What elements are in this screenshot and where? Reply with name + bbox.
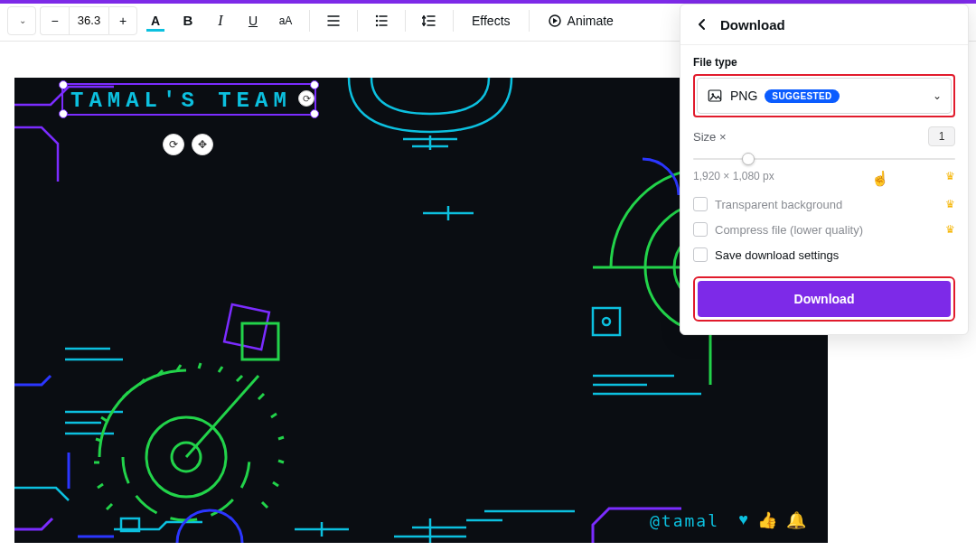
- image-icon: [707, 88, 723, 104]
- svg-line-45: [219, 367, 222, 372]
- highlight-file-type: PNG SUGGESTED ⌄: [693, 74, 955, 117]
- svg-line-47: [101, 417, 107, 421]
- highlight-download-button: Download: [693, 276, 955, 322]
- svg-rect-13: [224, 304, 269, 350]
- crown-icon: ♛: [945, 198, 955, 210]
- spacing-button[interactable]: [415, 6, 444, 35]
- compress-label: Compress file (lower quality): [715, 223, 863, 237]
- design-title-text[interactable]: TAMAL'S TEAM: [70, 89, 292, 113]
- animate-button[interactable]: Animate: [539, 6, 623, 35]
- animate-label: Animate: [568, 14, 614, 28]
- font-size-decrease[interactable]: −: [40, 6, 69, 35]
- svg-point-26: [603, 318, 610, 325]
- rotate-handle[interactable]: ⟳: [298, 90, 314, 107]
- bold-button[interactable]: B: [174, 6, 202, 35]
- svg-point-4: [376, 19, 378, 21]
- svg-line-41: [139, 379, 145, 385]
- download-panel: Download File type PNG SUGGESTED ⌄ Size …: [680, 4, 969, 335]
- toolbar-separator: [309, 10, 310, 32]
- save-settings-checkbox[interactable]: [693, 247, 708, 262]
- svg-point-3: [376, 14, 378, 16]
- svg-line-56: [273, 482, 278, 486]
- font-size-increase[interactable]: +: [108, 6, 137, 35]
- file-type-select[interactable]: PNG SUGGESTED ⌄: [697, 78, 952, 114]
- sync-button[interactable]: ⟳: [163, 134, 184, 155]
- size-multiplier-input[interactable]: 1: [928, 126, 955, 146]
- back-button[interactable]: [693, 15, 711, 33]
- svg-line-55: [278, 461, 284, 462]
- size-label: Size ×: [693, 130, 727, 144]
- svg-rect-39: [242, 323, 278, 359]
- svg-point-5: [376, 23, 378, 25]
- crown-icon: ♛: [945, 170, 955, 182]
- slider-thumb[interactable]: [742, 153, 755, 165]
- svg-line-40: [123, 392, 128, 397]
- font-picker-dropdown[interactable]: ⌄: [7, 6, 36, 35]
- text-color-button[interactable]: A: [141, 6, 170, 35]
- toolbar-separator: [405, 10, 406, 32]
- element-float-controls: ⟳ ✥: [163, 134, 213, 155]
- design-handle-text[interactable]: @tamal: [650, 511, 719, 530]
- font-size-input[interactable]: [69, 6, 108, 35]
- effects-button[interactable]: Effects: [463, 6, 520, 35]
- toolbar-separator: [529, 10, 530, 32]
- crown-icon: ♛: [945, 223, 955, 236]
- resize-handle-sw[interactable]: [59, 109, 68, 118]
- chevron-down-icon: ⌄: [933, 89, 942, 102]
- svg-line-46: [237, 376, 242, 381]
- svg-line-48: [96, 439, 101, 441]
- save-settings-label: Save download settings: [715, 248, 839, 262]
- file-type-value: PNG: [730, 89, 757, 103]
- file-type-label: File type: [693, 56, 955, 69]
- svg-line-44: [199, 363, 201, 369]
- italic-button[interactable]: I: [206, 6, 235, 35]
- list-button[interactable]: [367, 6, 396, 35]
- svg-line-38: [186, 376, 258, 457]
- resize-handle-nw[interactable]: [59, 80, 68, 89]
- case-button[interactable]: aA: [271, 6, 300, 35]
- resize-handle-se[interactable]: [310, 109, 319, 118]
- transparent-bg-checkbox[interactable]: [693, 197, 708, 211]
- svg-line-50: [98, 484, 103, 488]
- toolbar-separator: [357, 10, 358, 32]
- font-size-stepper: − +: [40, 6, 137, 35]
- toolbar-separator: [453, 10, 454, 32]
- align-button[interactable]: [319, 6, 348, 35]
- bell-icon: 🔔: [786, 510, 806, 530]
- transparent-bg-label: Transparent background: [715, 198, 842, 211]
- svg-line-51: [107, 504, 112, 509]
- size-slider[interactable]: [693, 150, 955, 168]
- download-title: Download: [720, 17, 785, 33]
- resize-handle-ne[interactable]: [310, 80, 319, 89]
- svg-line-52: [258, 394, 264, 399]
- svg-line-57: [262, 502, 267, 508]
- dimensions-text: 1,920 × 1,080 px: [693, 170, 774, 182]
- download-header: Download: [680, 5, 968, 45]
- svg-line-54: [278, 437, 284, 439]
- download-button[interactable]: Download: [698, 281, 951, 317]
- svg-line-53: [271, 414, 277, 417]
- move-button[interactable]: ✥: [192, 134, 213, 155]
- suggested-badge: SUGGESTED: [765, 89, 839, 103]
- underline-button[interactable]: U: [239, 6, 267, 35]
- compress-checkbox[interactable]: [693, 222, 708, 237]
- heart-icon: ♥: [738, 510, 748, 530]
- thumbs-up-icon: 👍: [757, 510, 777, 530]
- design-footer-icons: ♥ 👍 🔔: [738, 510, 806, 530]
